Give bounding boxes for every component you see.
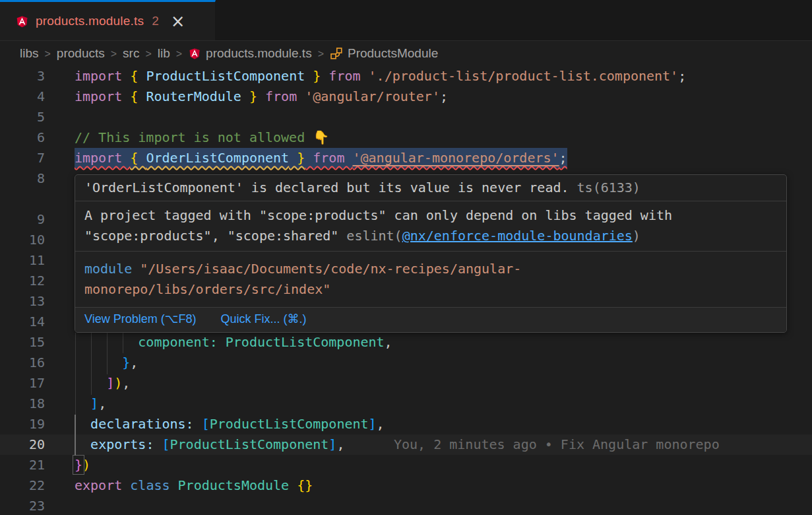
code-token: , (336, 436, 344, 452)
code-line[interactable]: 7import { OrderListComponent } from '@an… (0, 148, 812, 168)
code-token: ProductListComponent (170, 436, 329, 452)
line-number[interactable]: 14 (0, 312, 45, 332)
code-token: , (98, 395, 106, 411)
line-number[interactable]: 18 (0, 394, 45, 414)
code-text[interactable]: import { OrderListComponent } from '@ang… (75, 148, 567, 168)
code-token: { (130, 150, 146, 166)
code-token: ; (559, 150, 567, 166)
code-token: } (289, 150, 305, 166)
line-number[interactable]: 7 (0, 148, 45, 168)
code-token: [ (162, 436, 170, 452)
active-indent-guide (75, 415, 76, 456)
code-token (75, 355, 122, 370)
code-token: 👇 (313, 129, 329, 145)
line-number[interactable]: 3 (0, 66, 45, 86)
code-line[interactable]: 16 }, (0, 353, 812, 373)
line-number[interactable]: 10 (0, 230, 45, 250)
code-text[interactable]: ], (75, 394, 106, 414)
breadcrumb-item-file[interactable]: products.module.ts (188, 46, 312, 61)
code-token: ) (114, 375, 122, 391)
line-number[interactable]: 22 (0, 475, 45, 496)
tab-products-module[interactable]: products.module.ts 2 × (0, 0, 216, 40)
code-token: '@angular/router' (305, 88, 440, 104)
code-text[interactable]: exports: [ProductListComponent], (75, 434, 344, 455)
diagnostic-source: eslint( (346, 228, 402, 244)
line-number[interactable]: 21 (0, 455, 45, 475)
line-number[interactable]: 23 (0, 496, 45, 515)
angular-icon (15, 15, 29, 28)
code-text[interactable]: // This import is not allowed 👇 (75, 127, 329, 148)
code-text[interactable]: export class ProductsModule {} (75, 475, 313, 496)
code-token: ; (678, 68, 686, 84)
code-text[interactable]: ]), (75, 373, 130, 394)
code-token: ] (369, 416, 377, 432)
line-number[interactable]: 17 (0, 373, 45, 394)
code-line[interactable]: 15 component: ProductListComponent, (0, 332, 812, 353)
tab-title: products.module.ts (36, 14, 144, 28)
code-line[interactable]: 19 declarations: [ProductListComponent], (0, 414, 812, 434)
code-editor[interactable]: 3import { ProductListComponent } from '.… (0, 66, 812, 515)
code-token: } (122, 355, 130, 370)
code-line[interactable]: 18 ], (0, 394, 812, 414)
code-token: [ (202, 416, 210, 432)
close-icon[interactable]: × (171, 15, 185, 28)
code-text[interactable]: import { ProductListComponent } from './… (75, 66, 686, 86)
line-number[interactable]: 9 (0, 209, 45, 230)
line-number[interactable]: 19 (0, 414, 45, 434)
code-token (75, 395, 90, 411)
line-number[interactable]: 8 (0, 168, 45, 189)
code-text[interactable]: import { RouterModule } from '@angular/r… (75, 86, 448, 107)
breadcrumb-item-products[interactable]: products (57, 46, 105, 61)
code-token: from (305, 150, 352, 166)
code-line[interactable]: 6// This import is not allowed 👇 (0, 127, 812, 148)
code-text[interactable]: }) (75, 455, 90, 475)
code-token: ; (440, 88, 448, 104)
code-token: ProductsModule (178, 477, 297, 493)
hover-message-unused: 'OrderListComponent' is declared but its… (75, 175, 786, 201)
code-line[interactable]: 21}) (0, 455, 812, 475)
code-token: , (130, 355, 138, 370)
code-token: } (75, 457, 82, 473)
eslint-rule-link[interactable]: @nx/enforce-module-boundaries (402, 228, 633, 244)
indent-guide (107, 333, 108, 374)
breadcrumb-item-lib[interactable]: lib (158, 46, 170, 61)
git-blame-annotation: You, 2 minutes ago • Fix Angular monorep… (394, 434, 720, 455)
chevron-right-icon: > (45, 48, 51, 60)
line-number[interactable]: 13 (0, 291, 45, 312)
line-number[interactable]: 5 (0, 107, 45, 127)
hover-status-bar: View Problem (⌥F8) Quick Fix... (⌘.) (75, 307, 786, 332)
code-token: } (305, 68, 321, 84)
code-text[interactable]: declarations: [ProductListComponent], (75, 414, 385, 434)
chevron-right-icon: > (176, 48, 182, 60)
line-number[interactable]: 4 (0, 86, 45, 107)
code-token: { (130, 68, 146, 84)
breadcrumb-item-symbol[interactable]: ProductsModule (330, 46, 438, 61)
code-line[interactable]: 3import { ProductListComponent } from '.… (0, 66, 812, 86)
code-token: ] (328, 436, 336, 452)
hover-message-module-path: module "/Users/isaac/Documents/code/nx-r… (75, 251, 786, 307)
quick-fix-button[interactable]: Quick Fix... (⌘.) (220, 312, 306, 326)
symbol-class-icon (330, 47, 343, 60)
code-line[interactable]: 23 (0, 496, 812, 515)
line-number[interactable]: 11 (0, 250, 45, 271)
line-number[interactable]: 20 (0, 434, 45, 455)
code-line[interactable]: 4import { RouterModule } from '@angular/… (0, 86, 812, 107)
line-number[interactable]: 15 (0, 332, 45, 353)
code-token: ProductListComponent (210, 416, 369, 432)
line-number[interactable]: 12 (0, 271, 45, 291)
breadcrumb-item-libs[interactable]: libs (20, 46, 39, 61)
code-line[interactable]: 5 (0, 107, 812, 127)
breadcrumb-item-src[interactable]: src (123, 46, 139, 61)
code-token: import (75, 88, 130, 104)
line-number[interactable]: 16 (0, 353, 45, 373)
code-line[interactable]: 20 exports: [ProductListComponent],You, … (0, 434, 812, 455)
code-token: ) (82, 457, 90, 473)
code-token: ProductListComponent (146, 68, 305, 84)
code-line[interactable]: 17 ]), (0, 373, 812, 394)
code-token: ] (106, 375, 114, 391)
code-token: , (385, 334, 392, 350)
code-line[interactable]: 22export class ProductsModule {} (0, 475, 812, 496)
line-number[interactable]: 6 (0, 127, 45, 148)
indent-guide (123, 333, 123, 353)
view-problem-button[interactable]: View Problem (⌥F8) (84, 312, 196, 326)
